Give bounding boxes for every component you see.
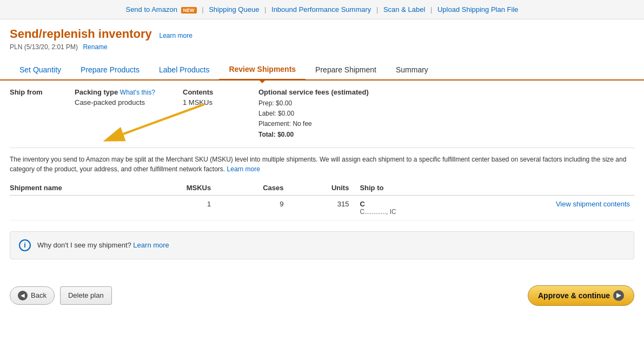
cell-view-link: View shipment contents [454, 195, 634, 220]
col-action [454, 180, 634, 196]
shipment-table: Shipment name MSKUs Cases Units Ship to … [10, 180, 634, 220]
tab-set-quantity[interactable]: Set Quantity [10, 60, 71, 79]
packing-type-text: Packing type [75, 88, 118, 96]
contents-value: 1 MSKUs [183, 98, 237, 106]
fee-prep: Prep: $0.00 [258, 98, 369, 109]
packing-type-value: Case-packed products [75, 98, 161, 106]
packing-col: Packing type What's this? Case-packed pr… [75, 88, 161, 106]
svg-line-1 [123, 104, 204, 134]
contents-label: Contents [183, 88, 237, 96]
col-units: Units [294, 180, 360, 196]
step-tabs: Set Quantity Prepare Products Label Prod… [0, 59, 644, 81]
ship-to-name: C [360, 200, 449, 208]
fee-total: Total: $0.00 [258, 130, 369, 140]
new-badge: NEW [181, 7, 197, 14]
info-box-question: Why don't I see my shipment? [37, 241, 131, 249]
footer-left: ◀ Back Delete plan [10, 286, 112, 305]
top-nav: Send to Amazon NEW | Shipping Queue | In… [0, 0, 644, 19]
fees-label: Optional service fees (estimated) [258, 88, 369, 96]
plan-info: PLN (5/13/20, 2:01 PM) Rename [10, 43, 634, 51]
header-learn-more[interactable]: Learn more [159, 32, 192, 39]
nav-separator-2: | [264, 5, 266, 14]
tab-review-shipments[interactable]: Review Shipments [219, 59, 306, 81]
tab-prepare-shipment[interactable]: Prepare Shipment [306, 60, 386, 79]
nav-inbound-performance[interactable]: Inbound Performance Summary [271, 5, 371, 14]
back-chevron-icon: ◀ [18, 291, 28, 300]
nav-upload-shipping[interactable]: Upload Shipping Plan File [437, 5, 519, 14]
page-header: Send/replenish inventory Learn more PLN … [0, 19, 644, 54]
whats-this-link[interactable]: What's this? [120, 89, 155, 96]
info-box-learn-more[interactable]: Learn more [133, 241, 169, 249]
cell-cases: 9 [222, 195, 294, 220]
cell-ship-to: C C............, IC [360, 195, 454, 220]
cell-mskus: 1 [140, 195, 222, 220]
main-content: Ship from Packing type What's this? Case… [0, 81, 644, 267]
table-row: 1 9 315 C C............, IC View shipmen… [10, 195, 634, 220]
info-box-text: Why don't I see my shipment? Learn more [37, 241, 169, 249]
packing-type-label: Packing type What's this? [75, 88, 161, 96]
tab-summary[interactable]: Summary [386, 60, 438, 79]
info-text: The inventory you send to Amazon may be … [10, 155, 634, 174]
approve-chevron-icon: ▶ [613, 290, 624, 301]
fees-col: Optional service fees (estimated) Prep: … [258, 88, 369, 140]
tab-prepare-products[interactable]: Prepare Products [71, 60, 149, 79]
footer-bar: ◀ Back Delete plan Approve & continue ▶ [0, 278, 644, 313]
fee-label: Label: $0.00 [258, 109, 369, 119]
nav-separator-3: | [376, 5, 378, 14]
delete-label: Delete plan [68, 291, 104, 299]
ship-from-label: Ship from [10, 88, 53, 96]
approve-continue-button[interactable]: Approve & continue ▶ [528, 285, 634, 306]
page-title: Send/replenish inventory [10, 27, 152, 41]
view-shipment-link[interactable]: View shipment contents [556, 200, 630, 208]
delete-plan-button[interactable]: Delete plan [60, 286, 112, 305]
tab-label-products[interactable]: Label Products [149, 60, 219, 79]
col-ship-to: Ship to [360, 180, 454, 196]
approve-label: Approve & continue [538, 291, 610, 300]
back-button[interactable]: ◀ Back [10, 286, 55, 305]
contents-col: Contents 1 MSKUs [183, 88, 237, 106]
nav-shipping-queue[interactable]: Shipping Queue [209, 5, 259, 14]
back-label: Back [31, 291, 47, 299]
col-cases: Cases [222, 180, 294, 196]
info-learn-more-link[interactable]: Learn more [227, 165, 260, 173]
nav-separator-4: | [430, 5, 432, 14]
nav-separator-1: | [202, 5, 203, 14]
col-shipment-name: Shipment name [10, 180, 140, 196]
cell-units: 315 [294, 195, 360, 220]
col-mskus: MSKUs [140, 180, 222, 196]
nav-scan-label[interactable]: Scan & Label [383, 5, 425, 14]
fees-values: Prep: $0.00 Label: $0.00 Placement: No f… [258, 98, 369, 140]
info-icon: i [19, 239, 31, 251]
ship-from-col: Ship from [10, 88, 53, 96]
plan-id: PLN (5/13/20, 2:01 PM) [10, 43, 78, 51]
rename-link[interactable]: Rename [83, 43, 107, 51]
ship-info-row: Ship from Packing type What's this? Case… [10, 88, 634, 148]
ship-to-sub: C............, IC [360, 208, 449, 216]
nav-send-to-amazon[interactable]: Send to Amazon [125, 5, 177, 14]
fee-placement: Placement: No fee [258, 119, 369, 129]
info-box: i Why don't I see my shipment? Learn mor… [10, 231, 634, 259]
cell-shipment-name [10, 195, 140, 220]
